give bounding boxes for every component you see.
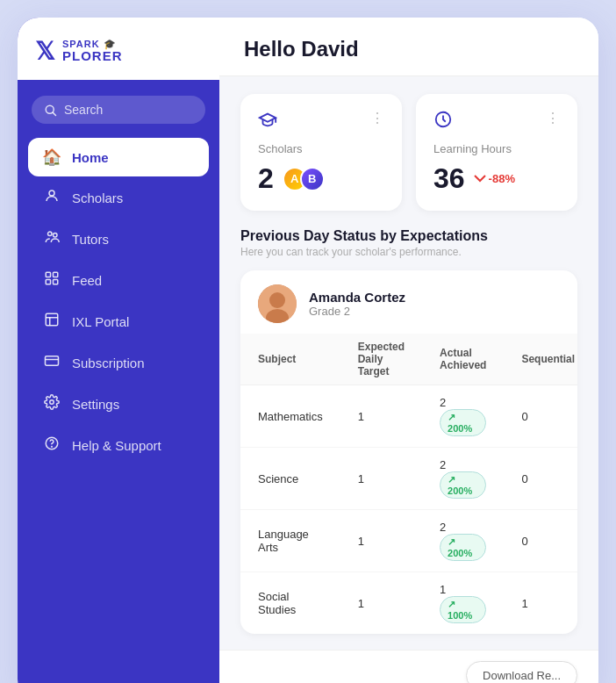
stat-card-learning-hours: ⋮ Learning Hours 36 -88%	[416, 94, 577, 211]
sidebar-item-tutors[interactable]: Tutors	[28, 219, 209, 259]
cell-sequential: 0	[504, 385, 577, 448]
app-container: 𝕏 SPARK 🎓 PLORER	[18, 18, 598, 683]
scholars-icon	[42, 188, 61, 208]
cell-expected: 1	[340, 510, 422, 572]
scholar-info: Amanda Cortez Grade 2	[240, 270, 577, 334]
cell-sequential: 0	[504, 510, 577, 572]
cell-sequential: 0	[504, 448, 577, 510]
cell-subject: Social Studies	[240, 572, 340, 635]
performance-table: Subject Expected Daily Target Actual Ach…	[240, 334, 577, 634]
scholar-name: Amanda Cortez	[309, 290, 405, 305]
svg-rect-7	[54, 272, 58, 277]
svg-line-1	[53, 112, 55, 115]
stat-card-scholars: ⋮ Scholars 2 A B	[240, 94, 402, 211]
download-bar: Download Re...	[219, 650, 598, 683]
achievement-badge: ↗ 200%	[440, 534, 486, 561]
sidebar-item-feed[interactable]: Feed	[28, 261, 209, 300]
cell-actual: 2 ↗ 200%	[422, 510, 504, 572]
scholars-stat-dots[interactable]: ⋮	[370, 110, 384, 126]
feed-icon	[42, 270, 61, 291]
sidebar-item-home-label: Home	[72, 150, 109, 165]
cell-subject: Science	[240, 448, 340, 510]
svg-rect-8	[54, 280, 58, 284]
search-input[interactable]	[64, 103, 193, 117]
svg-point-16	[269, 292, 285, 308]
table-row: Mathematics 1 2 ↗ 200% 0	[240, 385, 577, 448]
sidebar-item-help-support[interactable]: Help & Support	[28, 426, 209, 465]
svg-rect-9	[46, 313, 58, 326]
section-subtitle: Here you can track your scholar's perfor…	[240, 246, 577, 258]
scholars-stat-label: Scholars	[258, 142, 384, 155]
cell-subject: Language Arts	[240, 510, 340, 572]
learning-hours-stat-dots[interactable]: ⋮	[546, 110, 560, 126]
settings-icon	[42, 394, 61, 414]
sidebar: 𝕏 SPARK 🎓 PLORER	[18, 18, 219, 683]
sidebar-item-feed-label: Feed	[72, 273, 102, 288]
avatar-2: B	[300, 167, 325, 191]
table-row: Language Arts 1 2 ↗ 200% 0	[240, 510, 577, 572]
cell-actual: 1 ↗ 100%	[422, 572, 504, 635]
stat-card-scholars-header: ⋮	[258, 110, 384, 133]
svg-point-2	[49, 191, 54, 196]
search-bar[interactable]	[32, 96, 205, 124]
sidebar-item-scholars-label: Scholars	[72, 191, 123, 205]
svg-rect-6	[46, 280, 50, 284]
svg-rect-5	[46, 272, 50, 277]
stat-card-learning-hours-header: ⋮	[433, 110, 560, 133]
app-inner: 𝕏 SPARK 🎓 PLORER	[18, 18, 598, 683]
svg-point-4	[54, 234, 58, 238]
sidebar-item-subscription[interactable]: Subscription	[28, 343, 209, 383]
section-title: Previous Day Status by Expectations	[240, 228, 577, 244]
logo-plorer-text: PLORER	[62, 49, 123, 64]
cell-expected: 1	[340, 448, 422, 510]
search-icon	[44, 104, 57, 117]
table-row: Social Studies 1 1 ↗ 100% 1	[240, 572, 577, 635]
col-header-subject: Subject	[240, 334, 340, 385]
svg-point-11	[50, 400, 54, 405]
sidebar-item-scholars[interactable]: Scholars	[28, 178, 209, 218]
logo-text-block: SPARK 🎓 PLORER	[62, 39, 123, 64]
sidebar-item-settings-label: Settings	[72, 397, 119, 412]
sidebar-item-subscription-label: Subscription	[72, 356, 145, 370]
table-row: Science 1 2 ↗ 200% 0	[240, 448, 577, 510]
scholar-details: Amanda Cortez Grade 2	[309, 290, 405, 318]
achievement-badge: ↗ 100%	[440, 596, 486, 623]
scholar-avatar	[258, 284, 297, 323]
sidebar-item-settings[interactable]: Settings	[28, 385, 209, 424]
download-button[interactable]: Download Re...	[466, 661, 577, 683]
ixl-portal-icon	[42, 312, 61, 332]
learning-hours-trend: -88%	[474, 172, 515, 185]
sidebar-item-home[interactable]: 🏠 Home	[28, 138, 209, 176]
col-header-expected: Expected Daily Target	[340, 334, 422, 385]
cell-subject: Mathematics	[240, 385, 340, 448]
cell-actual: 2 ↗ 200%	[422, 385, 504, 448]
section-header: Previous Day Status by Expectations Here…	[240, 228, 577, 258]
logo-x-letter: 𝕏	[35, 37, 55, 66]
sidebar-item-ixl-portal[interactable]: IXL Portal	[28, 302, 209, 342]
sidebar-logo: 𝕏 SPARK 🎓 PLORER	[18, 18, 219, 80]
tutors-icon	[42, 229, 61, 249]
col-header-actual: Actual Achieved	[422, 334, 504, 385]
learning-hours-stat-icon	[433, 110, 453, 133]
col-header-sequential: Sequential	[504, 334, 577, 385]
scholar-card: Amanda Cortez Grade 2 Subject Expected D…	[240, 270, 577, 634]
cell-expected: 1	[340, 385, 422, 448]
scholars-stat-avatars: A B	[283, 167, 325, 191]
cell-sequential: 1	[504, 572, 577, 635]
cell-expected: 1	[340, 572, 422, 635]
stat-cards: ⋮ Scholars 2 A B	[240, 94, 577, 211]
trend-value: -88%	[489, 172, 515, 185]
learning-hours-stat-label: Learning Hours	[433, 142, 560, 155]
svg-rect-10	[46, 356, 59, 366]
scholars-stat-value: 2	[258, 162, 274, 195]
main-body: ⋮ Scholars 2 A B	[219, 76, 598, 650]
scholars-stat-icon	[258, 110, 277, 133]
main-header: Hello David	[219, 18, 598, 76]
svg-point-13	[52, 446, 53, 447]
learning-hours-stat-value-row: 36 -88%	[433, 162, 560, 195]
page-title: Hello David	[244, 37, 574, 61]
sidebar-item-help-support-label: Help & Support	[72, 438, 161, 453]
sidebar-item-tutors-label: Tutors	[72, 232, 109, 247]
help-support-icon	[42, 435, 61, 456]
svg-point-3	[48, 232, 53, 236]
